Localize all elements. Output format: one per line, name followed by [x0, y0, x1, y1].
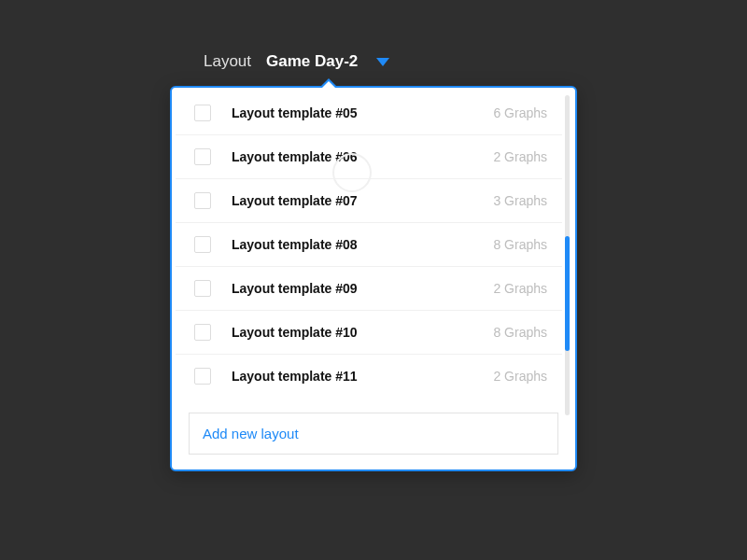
- layout-template-meta: 2 Graphs: [493, 369, 547, 384]
- layout-template-list: Layout template #05 6 Graphs Layout temp…: [176, 91, 562, 409]
- layout-template-name: Layout template #06: [232, 149, 358, 164]
- layout-template-name: Layout template #10: [232, 325, 358, 340]
- layout-template-meta: 2 Graphs: [493, 149, 547, 164]
- chevron-down-icon[interactable]: [376, 58, 389, 66]
- layout-template-row[interactable]: Layout template #11 2 Graphs: [176, 355, 562, 398]
- layout-template-meta: 8 Graphs: [493, 237, 547, 252]
- scrollbar-thumb[interactable]: [565, 236, 570, 351]
- select-checkbox[interactable]: [194, 324, 211, 341]
- panel-notch-inner-icon: [322, 81, 335, 88]
- layout-template-row[interactable]: Layout template #05 6 Graphs: [176, 91, 562, 135]
- select-checkbox[interactable]: [194, 105, 211, 121]
- select-checkbox[interactable]: [194, 192, 211, 209]
- layout-selector-header[interactable]: Layout Game Day-2: [204, 52, 389, 71]
- layout-dropdown-panel: Layout template #05 6 Graphs Layout temp…: [170, 86, 577, 471]
- layout-template-name: Layout template #11: [232, 369, 358, 384]
- select-checkbox[interactable]: [194, 148, 211, 165]
- scrollbar-track[interactable]: [565, 95, 570, 415]
- layout-template-name: Layout template #05: [232, 105, 358, 120]
- select-checkbox[interactable]: [194, 368, 211, 385]
- select-checkbox[interactable]: [194, 236, 211, 253]
- layout-template-name: Layout template #07: [232, 193, 358, 208]
- layout-label: Layout: [204, 52, 251, 71]
- layout-template-meta: 3 Graphs: [493, 193, 547, 208]
- layout-template-row[interactable]: Layout template #06 2 Graphs: [176, 135, 562, 179]
- layout-template-name: Layout template #08: [232, 237, 358, 252]
- layout-template-meta: 2 Graphs: [493, 281, 547, 296]
- layout-template-row[interactable]: Layout template #09 2 Graphs: [176, 267, 562, 311]
- layout-template-meta: 8 Graphs: [493, 325, 547, 340]
- layout-template-row[interactable]: Layout template #08 8 Graphs: [176, 223, 562, 267]
- add-new-layout-input[interactable]: [189, 413, 558, 455]
- layout-current-name: Game Day-2: [266, 52, 358, 71]
- layout-template-row[interactable]: Layout template #10 8 Graphs: [176, 311, 562, 355]
- layout-template-name: Layout template #09: [232, 281, 358, 296]
- layout-template-meta: 6 Graphs: [493, 105, 547, 120]
- select-checkbox[interactable]: [194, 280, 211, 297]
- layout-template-row[interactable]: Layout template #07 3 Graphs: [176, 179, 562, 223]
